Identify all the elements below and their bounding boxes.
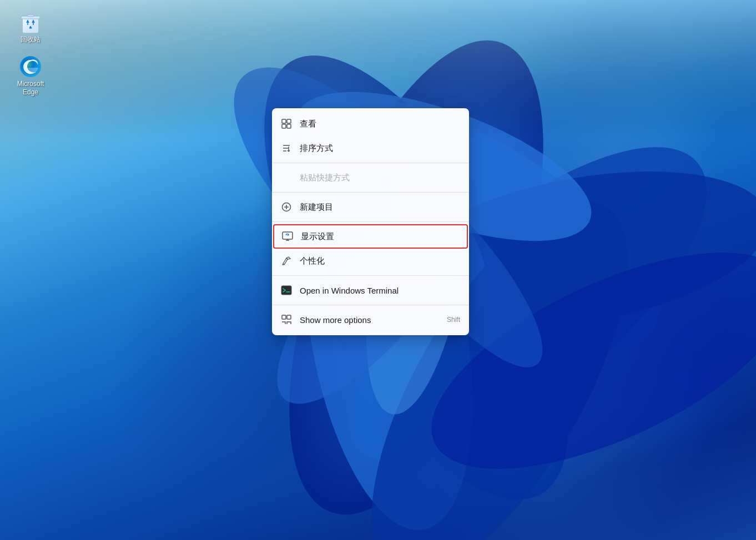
menu-item-more-options[interactable]: Show more options Shift [272,307,469,332]
edge-icon[interactable]: Microsoft Edge [8,55,53,97]
svg-rect-17 [27,14,34,17]
menu-divider-1 [272,163,469,163]
menu-view-label: 查看 [300,119,460,129]
sort-icon [281,143,292,154]
menu-display-label: 显示设置 [301,231,459,242]
menu-sort-label: 排序方式 [300,143,460,154]
menu-item-terminal[interactable]: Open in Windows Terminal [272,278,469,302]
svg-rect-32 [281,286,291,295]
recycle-bin-icon[interactable]: 回收站 [8,11,53,44]
svg-rect-20 [287,119,291,123]
menu-new-label: 新建项目 [300,202,460,213]
menu-paste-label: 粘贴快捷方式 [300,173,460,183]
edge-label: Microsoft Edge [8,80,53,97]
display-icon [282,231,293,242]
menu-item-view[interactable]: 查看 [272,112,469,136]
recycle-bin-image [19,11,42,33]
edge-image [19,55,42,78]
context-menu: 查看 排序方式 粘贴快捷方式 新建项目 [272,108,469,335]
recycle-bin-label: 回收站 [21,36,41,44]
svg-rect-22 [287,124,291,128]
menu-terminal-label: Open in Windows Terminal [300,286,460,295]
plus-circle-icon [281,201,292,213]
menu-item-personalize[interactable]: 个性化 [272,249,469,273]
menu-personalize-label: 个性化 [300,256,460,266]
svg-rect-21 [282,124,286,128]
menu-divider-2 [272,192,469,193]
menu-more-label: Show more options [300,315,439,325]
menu-divider-5 [272,305,469,305]
expand-icon [281,314,292,325]
svg-point-18 [20,56,41,77]
menu-item-paste-shortcut[interactable]: 粘贴快捷方式 [272,165,469,190]
svg-rect-19 [282,119,286,123]
grid-icon [281,118,292,129]
terminal-icon [281,285,292,296]
menu-item-new[interactable]: 新建项目 [272,195,469,219]
svg-rect-35 [282,315,286,319]
menu-item-display[interactable]: 显示设置 [273,224,468,249]
menu-divider-4 [272,275,469,276]
paint-icon [281,255,292,266]
menu-more-shortcut: Shift [447,316,460,324]
desktop-icon-area: 回收站 Microsoft Edge [0,0,61,119]
menu-divider-3 [272,221,469,222]
menu-item-sort[interactable]: 排序方式 [272,136,469,160]
paste-icon [281,172,292,183]
svg-rect-36 [287,315,291,319]
